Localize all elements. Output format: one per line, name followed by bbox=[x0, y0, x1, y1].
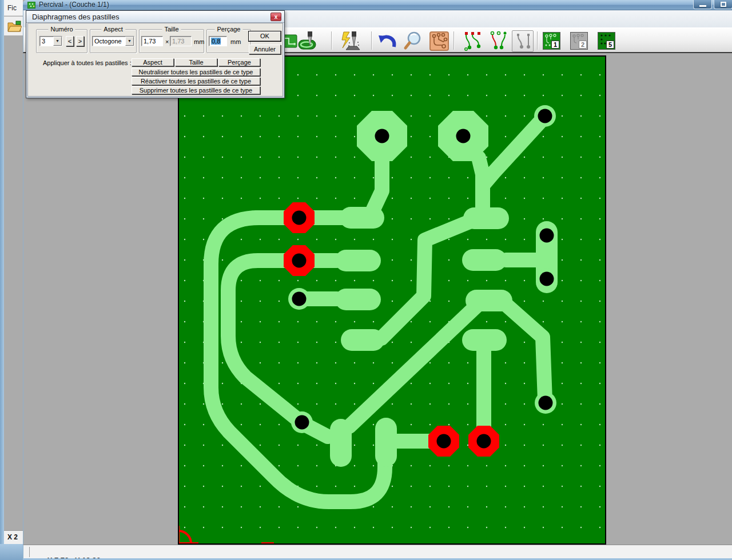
background-window-left-frame bbox=[0, 0, 4, 560]
ok-button[interactable]: OK bbox=[249, 31, 281, 41]
titlebar: Percival - (Couche 1/1) bbox=[23, 0, 732, 10]
delete-pads-button[interactable]: Supprimer toutes les pastilles de ce typ… bbox=[132, 86, 260, 94]
pad-number-combobox[interactable]: 3 ▼ bbox=[39, 36, 62, 46]
dialog-titlebar[interactable]: Diaphragmes des pastilles x bbox=[26, 11, 284, 23]
ratsnest-red-icon[interactable] bbox=[462, 30, 483, 52]
drill-hole[interactable] bbox=[539, 396, 553, 410]
window-title: Percival - (Couche 1/1) bbox=[39, 1, 109, 9]
mm-label: mm bbox=[230, 38, 241, 45]
apply-taille-button[interactable]: Taille bbox=[175, 58, 217, 66]
background-window: Fic X 2 bbox=[0, 0, 23, 560]
copper-trace[interactable] bbox=[373, 159, 382, 209]
menu-file-item[interactable]: Fic bbox=[4, 0, 17, 12]
pad-number-value: 3 bbox=[42, 38, 52, 45]
group-percage-label: Perçage bbox=[215, 26, 243, 33]
drill-hole[interactable] bbox=[456, 129, 471, 143]
background-window-toolbar bbox=[4, 17, 23, 35]
layer-1-button[interactable]: 1 bbox=[543, 32, 560, 50]
toolbar-separator bbox=[331, 31, 332, 50]
apply-all-label: Appliquer à toutes les pastilles : bbox=[43, 59, 132, 66]
chevron-down-icon[interactable]: ▼ bbox=[53, 37, 62, 46]
drill-hole[interactable] bbox=[295, 415, 309, 430]
apply-aspect-button[interactable]: Aspect bbox=[132, 58, 174, 66]
group-taille-label: Taille bbox=[162, 26, 181, 33]
layer-2-label: 2 bbox=[579, 41, 587, 49]
ratsnest-disabled-icon[interactable] bbox=[512, 30, 534, 52]
layer-5-button[interactable]: 5 bbox=[598, 32, 615, 50]
drill-hole[interactable] bbox=[477, 434, 491, 449]
status-bar: X 7,78 Y 19,96 bbox=[23, 545, 732, 558]
pad-shape-combobox[interactable]: Octogone ▼ bbox=[92, 36, 134, 46]
layer-1-label: 1 bbox=[551, 41, 559, 49]
pcb-canvas[interactable] bbox=[23, 54, 732, 545]
reactivate-pads-button[interactable]: Réactiver toutes les pastilles de ce typ… bbox=[132, 77, 260, 85]
engrave-drill-icon[interactable] bbox=[339, 30, 361, 52]
drill-hole[interactable] bbox=[540, 229, 554, 243]
zoom-icon[interactable] bbox=[403, 30, 425, 52]
dialog-title: Diaphragmes des pastilles bbox=[32, 13, 119, 21]
undo-icon[interactable] bbox=[377, 30, 399, 52]
pad-diaphragms-dialog: Diaphragmes des pastilles x Numéro 3 ▼ <… bbox=[26, 10, 285, 98]
toolbar-separator bbox=[537, 31, 538, 50]
cancel-button[interactable]: Annuler bbox=[249, 45, 281, 54]
drill-hole[interactable] bbox=[292, 254, 307, 268]
pcb-board[interactable] bbox=[178, 55, 606, 545]
background-window-menubar: Fic bbox=[4, 0, 23, 16]
pad-height-input[interactable]: 1,73 bbox=[170, 36, 192, 46]
drill-hole[interactable] bbox=[375, 129, 389, 143]
open-folder-icon[interactable] bbox=[7, 19, 22, 33]
chevron-down-icon[interactable]: ▼ bbox=[125, 37, 134, 46]
toolbar-separator bbox=[453, 31, 455, 50]
dialog-close-button[interactable]: x bbox=[270, 13, 281, 21]
mm-label: mm bbox=[194, 38, 204, 45]
drill-size-input[interactable]: 0,8 bbox=[209, 36, 227, 46]
group-numero-label: Numéro bbox=[48, 26, 75, 33]
maximize-icon bbox=[721, 2, 726, 7]
minimize-icon bbox=[699, 5, 706, 7]
background-window-statusbar: X 2 bbox=[4, 530, 23, 544]
drill-size-value: 0,8 bbox=[211, 38, 221, 45]
pad-shape-value: Octogone bbox=[94, 38, 124, 45]
maximize-button[interactable] bbox=[714, 0, 732, 9]
pad-width-input[interactable]: 1,73 bbox=[141, 36, 163, 46]
drill-hole[interactable] bbox=[540, 272, 554, 286]
next-pad-button[interactable]: > bbox=[76, 36, 84, 46]
prev-pad-button[interactable]: < bbox=[66, 36, 74, 46]
copper-board-icon[interactable] bbox=[428, 30, 450, 52]
ratsnest-green-icon[interactable] bbox=[488, 30, 510, 52]
neutralize-pads-button[interactable]: Neutraliser toutes les pastilles de ce t… bbox=[132, 68, 260, 76]
drill-hole[interactable] bbox=[538, 109, 552, 123]
mill-outline-icon[interactable] bbox=[297, 30, 319, 52]
layer-5-label: 5 bbox=[606, 41, 614, 49]
drill-hole[interactable] bbox=[437, 434, 451, 449]
times-label: × bbox=[165, 38, 169, 45]
drill-hole[interactable] bbox=[292, 292, 307, 306]
apply-percage-button[interactable]: Perçage bbox=[218, 58, 260, 66]
group-aspect-label: Aspect bbox=[101, 26, 125, 33]
toolbar-separator bbox=[371, 31, 372, 50]
layer-2-button[interactable]: 2 bbox=[570, 32, 588, 50]
drill-hole[interactable] bbox=[292, 211, 307, 225]
status-separator bbox=[29, 547, 30, 557]
background-window-bottom-frame bbox=[0, 544, 23, 560]
dialog-body: Numéro 3 ▼ < > Aspect Octogone ▼ Taille … bbox=[27, 23, 283, 97]
background-status-text: X 2 bbox=[7, 533, 18, 541]
app-icon bbox=[27, 2, 35, 9]
minimize-button[interactable] bbox=[693, 0, 712, 9]
